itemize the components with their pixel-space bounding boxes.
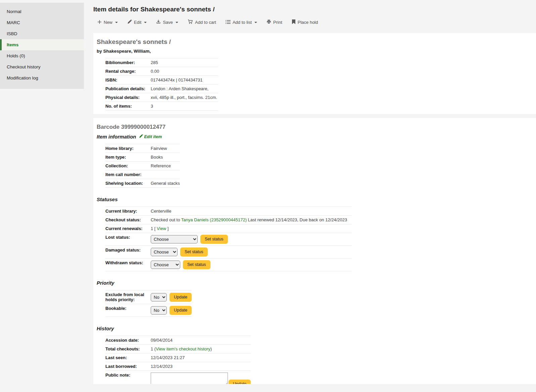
checkout-status-suffix: Last renewed 12/14/2023, Due back on 12/…	[247, 217, 347, 222]
edit-button-label: Edit	[134, 20, 141, 25]
table-row: Checkout status: Checked out to Tanya Da…	[105, 216, 352, 224]
sidebar-item-modification-log[interactable]: Modification log	[0, 72, 84, 83]
sidebar-item-normal[interactable]: Normal	[0, 6, 84, 17]
withdrawn-status-label: Withdrawn status:	[105, 259, 151, 271]
table-row: Physical details: xvii, 485p ill., port.…	[105, 93, 218, 102]
table-row: No. of items: 3	[105, 102, 218, 111]
update-holds-priority-button[interactable]: Update	[169, 293, 192, 302]
damaged-status-label: Damaged status:	[105, 246, 151, 259]
table-row: Last seen: 12/14/2023 21:27	[105, 353, 251, 362]
table-row: Withdrawn status: Choose Set status	[105, 259, 352, 271]
table-row: Total checkouts: 1 (View item's checkout…	[105, 345, 251, 353]
print-button[interactable]: Print	[266, 19, 282, 25]
isbn-value: 017443474x | 0174434731	[151, 76, 218, 85]
pencil-icon	[139, 134, 143, 139]
statuses-title: Statuses	[97, 197, 118, 202]
current-renewals-value: 1 [ View ]	[151, 224, 352, 233]
place-hold-button[interactable]: Place hold	[292, 19, 318, 25]
rental-charge-label: Rental charge:	[105, 67, 151, 76]
set-lost-status-button[interactable]: Set status	[200, 235, 228, 244]
lost-status-select[interactable]: Choose	[151, 235, 198, 243]
public-note-textarea[interactable]	[151, 373, 228, 384]
bookmark-icon	[292, 19, 296, 25]
physical-details-value: xvii, 485p ill., port., facsims. 21cm.	[151, 93, 218, 102]
item-information-title: Item information	[97, 134, 136, 139]
printer-icon	[266, 19, 271, 25]
update-bookable-button[interactable]: Update	[169, 306, 192, 315]
exclude-holds-priority-label: Exclude from local holds priority:	[105, 290, 151, 304]
table-row: Home library: Fairview	[105, 144, 180, 153]
update-public-note-button[interactable]: Update	[229, 380, 251, 384]
publication-details-label: Publication details:	[105, 85, 151, 93]
add-to-list-label: Add to list	[233, 20, 252, 25]
patron-link[interactable]: Tanya Daniels (23529000445172)	[181, 217, 247, 222]
edit-item-label: Edit item	[144, 134, 162, 139]
sidebar-item-isbd[interactable]: ISBD	[0, 28, 84, 39]
item-card: Barcode 39999000012477 Item information …	[93, 118, 536, 384]
edit-item-link[interactable]: Edit item	[139, 134, 162, 139]
save-button[interactable]: Save	[156, 19, 178, 25]
statuses-heading: Statuses	[97, 197, 536, 202]
set-withdrawn-status-button[interactable]: Set status	[183, 260, 210, 269]
priority-heading: Priority	[97, 280, 536, 286]
cart-icon	[188, 19, 193, 25]
accession-date-label: Accession date:	[105, 336, 151, 345]
priority-table: Exclude from local holds priority: No Up…	[105, 290, 192, 317]
table-row: Lost status: Choose Set status	[105, 233, 352, 246]
add-to-list-button[interactable]: Add to list	[226, 20, 257, 25]
table-row: Bookable: No Update	[105, 304, 192, 317]
sidebar-item-checkout-history[interactable]: Checkout history	[0, 61, 84, 72]
total-checkouts-label: Total checkouts:	[105, 345, 151, 353]
checkout-status-prefix: Checked out to	[151, 217, 181, 222]
damaged-status-select[interactable]: Choose	[151, 248, 178, 256]
edit-button[interactable]: Edit	[127, 19, 147, 25]
total-checkouts-value: 1 (View item's checkout history)	[151, 345, 251, 353]
no-of-items-value: 3	[151, 102, 218, 111]
pencil-icon	[127, 19, 132, 25]
add-to-cart-label: Add to cart	[195, 20, 216, 25]
chevron-down-icon	[254, 22, 257, 23]
barcode-heading: Barcode 39999000012477	[97, 124, 536, 130]
bookable-select[interactable]: No	[151, 306, 167, 315]
sidebar-item-holds[interactable]: Holds (0)	[0, 50, 84, 61]
publication-details-value: London : Arden Shakespeare,	[151, 85, 218, 93]
bookable-label: Bookable:	[105, 304, 151, 317]
rental-charge-value: 0.00	[151, 67, 218, 76]
checkout-status-value: Checked out to Tanya Daniels (2352900044…	[151, 216, 352, 224]
shelving-location-label: Shelving location:	[105, 179, 151, 188]
table-row: Public note: Update	[105, 371, 251, 384]
download-icon	[156, 19, 161, 25]
physical-details-label: Physical details:	[105, 93, 151, 102]
sidebar-item-marc[interactable]: MARC	[0, 17, 84, 28]
table-row: ISBN: 017443474x | 0174434731	[105, 76, 218, 85]
exclude-holds-priority-select[interactable]: No	[151, 293, 167, 301]
toolbar: New Edit Save Add to cart Add to list Pr…	[97, 19, 536, 25]
checkout-status-label: Checkout status:	[105, 216, 151, 224]
table-row: Item type: Books	[105, 153, 180, 162]
page-title: Item details for Shakespeare's sonnets /	[93, 5, 536, 13]
sidebar-item-items[interactable]: Items	[0, 39, 84, 50]
table-row: Accession date: 09/04/2014	[105, 336, 251, 345]
paren: )	[210, 346, 212, 351]
table-row: Collection: Reference	[105, 162, 180, 170]
current-renewals-label: Current renewals:	[105, 224, 151, 233]
list-icon	[226, 20, 231, 25]
table-row: Biblionumber: 285	[105, 58, 218, 67]
plus-icon	[97, 20, 102, 25]
new-button[interactable]: New	[97, 20, 118, 25]
view-renewals-link[interactable]: View	[157, 226, 166, 231]
checkout-history-link[interactable]: View item's checkout history	[156, 346, 210, 351]
add-to-cart-button[interactable]: Add to cart	[188, 19, 216, 25]
table-row: Exclude from local holds priority: No Up…	[105, 290, 192, 304]
set-damaged-status-button[interactable]: Set status	[180, 247, 208, 257]
no-of-items-label: No. of items:	[105, 102, 151, 111]
page-header: Item details for Shakespeare's sonnets /…	[93, 0, 536, 25]
chevron-down-icon	[144, 22, 147, 23]
withdrawn-status-select[interactable]: Choose	[151, 261, 180, 269]
biblionumber-label: Biblionumber:	[105, 58, 151, 67]
current-library-value: Centerville	[151, 207, 352, 216]
biblio-byline: by Shakespeare, William,	[97, 49, 536, 54]
collection-value: Reference	[151, 162, 180, 170]
chevron-down-icon	[176, 22, 178, 23]
item-information-heading: Item information Edit item	[97, 134, 536, 139]
